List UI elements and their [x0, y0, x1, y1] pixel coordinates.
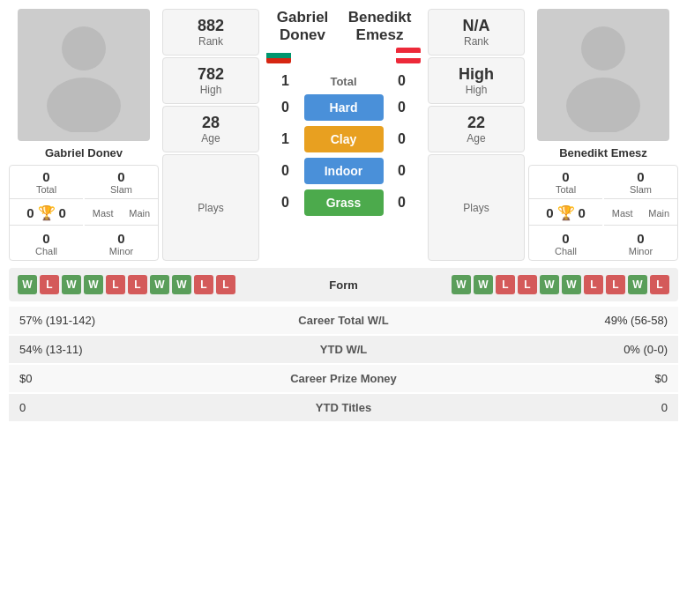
right-player-name: Benedikt Emesz: [559, 146, 647, 160]
right-total-num: 0: [531, 169, 601, 184]
left-chall-cell: 0 Chall: [10, 227, 83, 260]
form-label: Form: [291, 278, 397, 292]
svg-point-3: [566, 78, 640, 132]
ytd-wl-row: 54% (13-11) YTD W/L 0% (0-0): [9, 336, 678, 365]
form-badge-w: W: [628, 275, 647, 294]
clay-button[interactable]: Clay: [304, 126, 384, 152]
left-player-name: Gabriel Donev: [45, 146, 123, 160]
left-total-cell: 0 Total: [10, 166, 83, 199]
right-slam-num: 0: [606, 169, 676, 184]
flags-row: [266, 48, 421, 63]
right-age-num: 22: [432, 114, 520, 132]
right-center-stats: N/A Rank High High 22 Age Plays: [428, 9, 525, 261]
left-mast-cell: 0 🏆 0: [10, 201, 83, 226]
left-chall-num: 0: [11, 231, 81, 246]
hard-left-score: 0: [273, 100, 299, 115]
indoor-button[interactable]: Indoor: [304, 158, 384, 184]
left-rank-box: 882 Rank: [162, 9, 259, 56]
form-badge-l: L: [518, 275, 537, 294]
form-badge-w: W: [150, 275, 169, 294]
left-mast-label-cell: Mast Main: [85, 201, 158, 226]
total-left-score: 1: [273, 73, 299, 89]
right-minor-label: Minor: [606, 246, 676, 256]
svg-point-0: [62, 26, 106, 71]
left-player-name-center: Gabriel Donev: [266, 9, 339, 44]
right-chall-cell: 0 Chall: [529, 227, 602, 260]
grass-button[interactable]: Grass: [304, 189, 384, 216]
right-total-cell: 0 Total: [529, 166, 602, 199]
career-prize-row: $0 Career Prize Money $0: [9, 365, 678, 394]
left-slam-label: Slam: [86, 184, 156, 195]
ytd-wl-left: 54% (13-11): [19, 343, 256, 356]
clay-left-score: 1: [273, 131, 299, 147]
right-player-avatar: [537, 9, 669, 141]
right-main-num: 0: [579, 205, 586, 220]
left-total-num: 0: [11, 169, 81, 184]
career-prize-left: $0: [19, 372, 256, 385]
right-flag: [396, 48, 421, 63]
ytd-titles-left: 0: [19, 401, 256, 414]
ytd-titles-row: 0 YTD Titles 0: [9, 394, 678, 423]
form-badge-l: L: [194, 275, 213, 294]
left-high-num: 782: [167, 65, 255, 84]
left-high-label: High: [167, 84, 255, 96]
form-badge-w: W: [18, 275, 37, 294]
career-wl-right: 49% (56-58): [432, 314, 668, 327]
right-mast-label-cell: Mast Main: [604, 201, 677, 226]
form-section: WLWWLLWWLL Form WWLLWWLLWL: [9, 268, 678, 301]
grass-left-score: 0: [273, 195, 299, 211]
right-rank-label: Rank: [432, 35, 520, 48]
right-plays-box: Plays: [428, 154, 525, 261]
form-badge-l: L: [650, 275, 669, 294]
left-mast-main-labels: Mast Main: [85, 208, 158, 219]
form-badge-l: L: [584, 275, 603, 294]
right-minor-num: 0: [606, 231, 676, 246]
form-badge-w: W: [540, 275, 559, 294]
right-rank-num: N/A: [432, 17, 520, 35]
right-chall-num: 0: [531, 231, 601, 246]
grass-row: 0 Grass 0: [266, 189, 421, 216]
left-player-avatar: [18, 9, 150, 141]
hard-button[interactable]: Hard: [304, 94, 384, 121]
career-prize-right: $0: [432, 372, 668, 385]
right-chall-label: Chall: [531, 246, 601, 256]
form-badge-w: W: [172, 275, 191, 294]
left-age-num: 28: [167, 114, 255, 132]
right-age-label: Age: [432, 132, 520, 145]
left-player-card: Gabriel Donev 0 Total 0 Slam 0 🏆 0 Mast …: [9, 9, 159, 261]
form-badge-w: W: [84, 275, 103, 294]
form-badge-l: L: [606, 275, 625, 294]
left-plays-label: Plays: [198, 202, 223, 214]
indoor-right-score: 0: [389, 163, 415, 179]
indoor-left-score: 0: [273, 163, 299, 179]
career-wl-left: 57% (191-142): [19, 314, 256, 327]
hard-right-score: 0: [389, 100, 415, 115]
left-slam-num: 0: [86, 169, 156, 184]
form-badge-w: W: [474, 275, 493, 294]
ytd-wl-label: YTD W/L: [256, 343, 432, 356]
right-form-badges: WWLLWWLLWL: [452, 275, 669, 294]
clay-right-score: 0: [389, 131, 415, 147]
left-minor-label: Minor: [86, 246, 156, 256]
left-minor-num: 0: [86, 231, 156, 246]
right-slam-label: Slam: [606, 184, 676, 195]
left-main-num: 0: [59, 205, 66, 220]
right-trophy-icon: 🏆: [557, 204, 575, 221]
clay-row: 1 Clay 0: [266, 126, 421, 152]
form-badge-w: W: [62, 275, 81, 294]
left-plays-box: Plays: [162, 154, 259, 261]
right-high-label: High: [432, 84, 520, 96]
right-player-name-center: Benedikt Emesz: [339, 9, 421, 44]
form-badge-l: L: [106, 275, 125, 294]
svg-point-2: [581, 26, 625, 71]
form-badge-l: L: [216, 275, 235, 294]
right-player-card: Benedikt Emesz 0 Total 0 Slam 0 🏆 0 Mast…: [528, 9, 678, 261]
career-prize-label: Career Prize Money: [256, 372, 432, 385]
player-names-row: Gabriel Donev Benedikt Emesz: [266, 9, 421, 44]
right-mast-main-labels: Mast Main: [604, 208, 677, 219]
career-wl-row: 57% (191-142) Career Total W/L 49% (56-5…: [9, 307, 678, 336]
left-high-box: 782 High: [162, 57, 259, 104]
right-age-box: 22 Age: [428, 106, 525, 152]
right-high-num: High: [432, 65, 520, 84]
left-chall-label: Chall: [11, 246, 81, 256]
